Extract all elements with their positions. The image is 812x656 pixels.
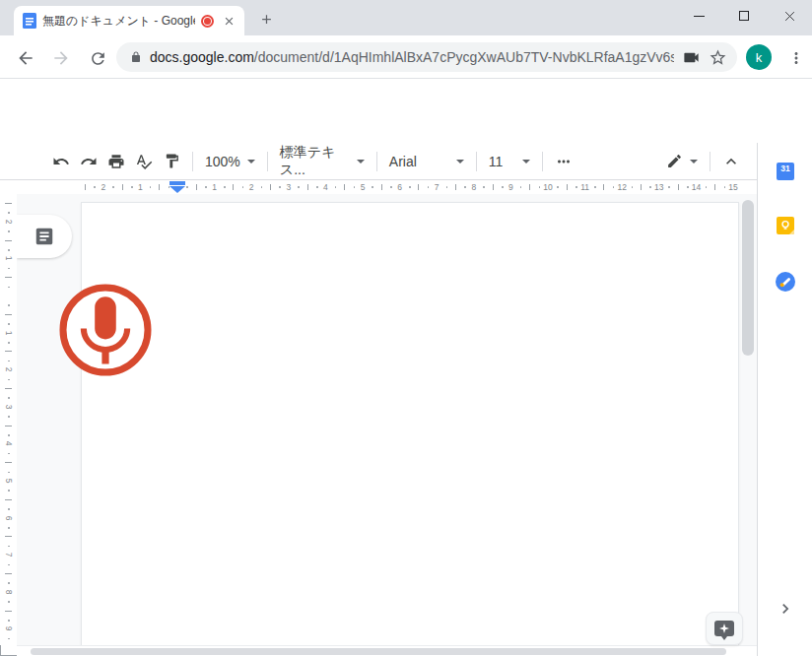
chevron-down-icon (357, 160, 365, 164)
docs-favicon-icon (23, 13, 36, 29)
ruler-tick (186, 186, 188, 188)
reload-icon[interactable] (86, 46, 109, 70)
ruler-number: 7 (4, 547, 14, 563)
ruler-tick (520, 186, 522, 188)
undo-icon[interactable] (48, 149, 74, 174)
ruler-tick (5, 536, 12, 537)
ruler-tick (409, 186, 411, 188)
ruler-tick (8, 342, 10, 344)
bookmark-star-icon[interactable] (709, 48, 727, 67)
ruler-tick (261, 186, 263, 188)
ruler-tick (131, 186, 133, 188)
vertical-scrollbar[interactable] (742, 200, 754, 356)
chrome-menu-icon[interactable] (784, 46, 808, 70)
ruler-tick (613, 186, 615, 188)
ruler-number: 1 (4, 250, 14, 267)
browser-profile-avatar[interactable]: k (746, 44, 772, 70)
browser-window: 無題のドキュメント - Google ドキ (0, 0, 812, 656)
font-select[interactable]: Arial (384, 154, 469, 169)
document-page[interactable] (81, 202, 739, 645)
tab-close-icon[interactable] (220, 12, 237, 30)
editing-mode-select[interactable] (661, 153, 703, 169)
hide-menus-icon[interactable] (718, 149, 744, 174)
ruler-tick (8, 323, 10, 325)
ruler-tick (464, 186, 466, 188)
ruler-tick (8, 582, 10, 584)
new-tab-button[interactable] (254, 7, 278, 31)
ruler-tick (8, 472, 10, 474)
ruler-tick (8, 564, 10, 566)
tasks-icon[interactable] (776, 272, 795, 292)
horizontal-scrollbar[interactable] (17, 645, 757, 656)
toolbar-more-icon[interactable] (551, 149, 576, 174)
document-outline-button[interactable] (17, 215, 72, 258)
ruler-tick (270, 184, 271, 190)
ruler-tick (649, 186, 651, 188)
voice-typing-button[interactable] (58, 283, 153, 377)
forward-icon[interactable] (49, 46, 73, 70)
pencil-icon (666, 153, 683, 169)
site-lock-icon[interactable] (130, 50, 142, 64)
ruler-number: 5 (4, 473, 14, 490)
docs-toolbar: 100% 標準テキス... Arial 11 (0, 143, 757, 180)
calendar-icon[interactable]: 31 (776, 162, 795, 181)
font-size-select[interactable]: 11 (484, 154, 535, 169)
toolbar-separator (267, 152, 268, 171)
ruler-number: 2 (4, 361, 14, 378)
paint-format-icon[interactable] (159, 149, 184, 174)
ruler-tick (169, 186, 170, 188)
ruler-tick (428, 186, 430, 188)
maximize-icon[interactable] (721, 0, 767, 32)
ruler-tick (8, 638, 10, 640)
ruler-tick (159, 184, 160, 190)
ruler-tick (724, 186, 726, 188)
hide-side-panel-icon[interactable] (775, 598, 796, 620)
ruler-tick (335, 186, 337, 188)
minimize-icon[interactable] (676, 0, 721, 32)
ruler-tick (8, 304, 10, 306)
ruler-tick (8, 249, 10, 251)
ruler-number: 8 (471, 182, 476, 192)
ruler-number: 3 (4, 398, 14, 415)
address-bar[interactable]: docs.google.com/document/d/1AqHImhlAlBxA… (116, 42, 737, 72)
horizontal-scrollbar-thumb[interactable] (31, 648, 726, 655)
ruler-tick (150, 186, 152, 188)
ruler-number: 15 (728, 182, 737, 192)
ruler-tick (5, 426, 12, 426)
ruler-tick (307, 184, 308, 190)
ruler-tick (706, 186, 708, 188)
ruler-number: 9 (4, 621, 14, 637)
tab-capture-icon[interactable] (682, 48, 701, 67)
explore-button[interactable] (706, 612, 743, 645)
ruler-number: 5 (361, 182, 366, 192)
close-window-icon[interactable] (767, 0, 812, 32)
ruler-tick (5, 203, 12, 204)
ruler-number: 6 (4, 509, 14, 526)
paragraph-style-select[interactable]: 標準テキス... (275, 144, 370, 179)
ruler-number: 2 (4, 213, 14, 230)
vertical-ruler: 21123456789 (0, 194, 17, 645)
microphone-icon (58, 283, 153, 377)
ruler-tick (8, 287, 10, 289)
ruler-tick (354, 186, 356, 188)
side-panel: 31 (757, 143, 812, 656)
ruler-tick (714, 184, 715, 190)
browser-tab[interactable]: 無題のドキュメント - Google ドキ (14, 6, 244, 35)
url-text: docs.google.com/document/d/1AqHImhlAlBxA… (150, 49, 674, 65)
docs-header: 無題のドキュメント ファイル 編集 表示 挿入 表示形式 ツール アドオン ヘル… (0, 79, 812, 143)
spellcheck-icon[interactable] (131, 149, 157, 174)
tab-strip: 無題のドキュメント - Google ドキ (0, 0, 812, 35)
ruler-tick (8, 527, 10, 529)
redo-icon[interactable] (76, 149, 102, 174)
keep-icon[interactable] (776, 216, 795, 235)
indent-marker[interactable] (169, 181, 185, 193)
ruler-tick (8, 268, 10, 270)
ruler-tick (567, 184, 568, 190)
print-icon[interactable] (103, 149, 129, 174)
ruler-tick (8, 416, 10, 418)
ruler-number: 1 (138, 182, 143, 192)
ruler-tick (122, 184, 123, 190)
back-icon[interactable] (14, 46, 37, 70)
zoom-select[interactable]: 100% (200, 154, 260, 169)
ruler-tick (8, 620, 10, 622)
